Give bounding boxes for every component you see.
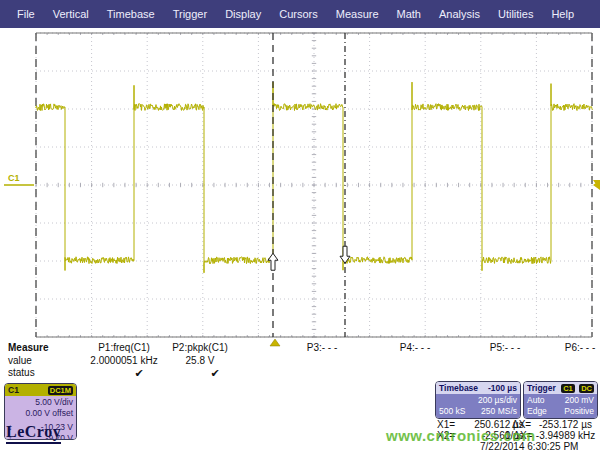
timebase-delay: -100 µs — [488, 383, 517, 393]
measure-status-check: ✔ — [155, 367, 275, 380]
timebase-rate: 250 MS/s — [481, 406, 517, 417]
menu-item-measure[interactable]: Measure — [327, 8, 388, 20]
menu-item-timebase[interactable]: Timebase — [98, 8, 164, 20]
measure-column-p6[interactable]: P6:- - - — [520, 342, 600, 380]
menu-item-math[interactable]: Math — [388, 8, 430, 20]
trigger-coupling-badge: DC — [579, 384, 594, 393]
menu-item-file[interactable]: File — [8, 8, 44, 20]
measure-value: 25.8 V — [140, 355, 260, 366]
scope-display: C1 — [0, 28, 600, 350]
measure-row-header: Measure — [8, 342, 49, 353]
status-row-header: status — [8, 367, 35, 378]
watermark: www.cntronics.com — [386, 427, 536, 444]
menu-item-vertical[interactable]: Vertical — [44, 8, 98, 20]
lecroy-logo: LeCroy — [6, 423, 61, 444]
channel-c1-position-label[interactable]: C1 — [8, 173, 20, 183]
trigger-title: Trigger — [527, 383, 556, 393]
timebase-title: Timebase — [439, 383, 478, 393]
trigger-type: Edge — [527, 406, 547, 417]
trigger-level: 200 mV — [565, 395, 594, 406]
trigger-header: Trigger C1 DC — [524, 382, 597, 394]
timebase-samples: 500 kS — [439, 406, 465, 417]
menu-item-display[interactable]: Display — [216, 8, 270, 20]
timebase-header: Timebase -100 µs — [436, 382, 520, 394]
channel-vdiv: 5.00 V/div — [8, 397, 73, 408]
timebase-descriptor-box[interactable]: Timebase -100 µs 200 µs/div 500 kS 250 M… — [435, 381, 521, 419]
channel-c1-header: C1 DC1M — [5, 384, 76, 396]
menu-item-trigger[interactable]: Trigger — [164, 8, 216, 20]
channel-coupling-badge: DC1M — [48, 386, 73, 395]
measure-column-p2[interactable]: P2:pkpk(C1)25.8 V✔ — [140, 342, 260, 380]
menu-item-utilities[interactable]: Utilities — [489, 8, 542, 20]
menu-item-help[interactable]: Help — [542, 8, 583, 20]
trigger-descriptor-box[interactable]: Trigger C1 DC Auto 200 mV Edge Positive — [523, 381, 598, 419]
menu-item-analysis[interactable]: Analysis — [430, 8, 489, 20]
trigger-slope: Positive — [564, 406, 594, 417]
menu-bar: FileVerticalTimebaseTriggerDisplayCursor… — [0, 0, 600, 28]
timebase-body: 200 µs/div 500 kS 250 MS/s — [436, 394, 520, 418]
trigger-level-marker[interactable] — [593, 180, 600, 190]
value-row-header: value — [8, 355, 32, 366]
trigger-source-badge: C1 — [561, 384, 575, 393]
measure-label: P2:pkpk(C1) — [140, 342, 260, 353]
trigger-body: Auto 200 mV Edge Positive — [524, 394, 597, 418]
measure-label: P6:- - - — [520, 342, 600, 353]
trigger-mode: Auto — [527, 395, 545, 406]
timebase-tdiv: 200 µs/div — [439, 395, 517, 406]
menu-item-cursors[interactable]: Cursors — [270, 8, 327, 20]
channel-offset: 0.00 V offset — [8, 408, 73, 419]
channel-c1-label: C1 — [8, 385, 19, 395]
